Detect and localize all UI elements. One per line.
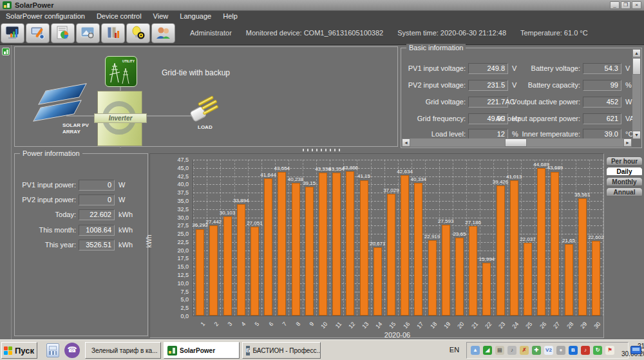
tab-daily[interactable]: Daily: [606, 167, 643, 176]
field-label: Grid frequency:: [404, 115, 466, 122]
chart-bar: [223, 216, 232, 316]
tray-v2-icon[interactable]: V2: [544, 346, 553, 355]
maximize-button[interactable]: ❐: [621, 1, 630, 9]
menu-language[interactable]: Language: [174, 12, 217, 21]
unit-label: %: [625, 81, 632, 89]
browse-icon: [80, 25, 97, 41]
chart-bar: [455, 238, 464, 316]
gridline: [371, 160, 372, 316]
language-indicator[interactable]: EN: [446, 344, 463, 357]
tab-annual[interactable]: Annual: [606, 187, 643, 196]
menu-help[interactable]: Help: [217, 12, 243, 21]
gridline: [480, 160, 480, 316]
unit-label: W: [625, 98, 632, 106]
chart-bar: [292, 183, 300, 316]
browse-button[interactable]: [76, 23, 100, 43]
tray-shield-icon[interactable]: ✚: [532, 346, 541, 355]
menu-view[interactable]: View: [147, 12, 175, 21]
y-tick-label: 30,0: [160, 214, 189, 221]
chart-bar: [565, 244, 573, 316]
tray-mute-icon[interactable]: ♪: [581, 346, 590, 355]
alarm-icon: [130, 25, 147, 41]
report-button[interactable]: [51, 23, 75, 43]
calculator-icon[interactable]: [46, 343, 59, 357]
tray-volume-icon[interactable]: ♪: [507, 346, 516, 355]
unit-label: W: [118, 196, 125, 204]
scroll-left-icon[interactable]: ◄: [402, 138, 410, 147]
bar-value-label: 42,634: [390, 169, 420, 175]
splitter-handle[interactable]: [303, 149, 341, 151]
close-button[interactable]: ×: [632, 1, 641, 9]
chart-bar: [374, 247, 382, 316]
chart-bar: [510, 180, 518, 316]
monitoring-button[interactable]: [1, 23, 24, 43]
tray-pointer-icon[interactable]: ▲: [471, 346, 480, 355]
scroll-down-icon[interactable]: ▼: [632, 131, 641, 139]
tab-monthly[interactable]: Monthly: [606, 177, 643, 186]
gridline: [412, 160, 412, 316]
tray-clipboard-icon[interactable]: ▤: [495, 346, 504, 355]
gridline: [398, 160, 399, 316]
chart-bar: [305, 187, 314, 316]
menu-solarpower-configuration[interactable]: SolarPower configuration: [0, 12, 91, 21]
minimize-button[interactable]: _: [610, 1, 620, 9]
inverter-icon: Inverter: [97, 91, 142, 146]
bar-value-label: 27,186: [459, 220, 488, 225]
statistics-button[interactable]: [101, 23, 125, 43]
y-tick-label: 32,5: [160, 206, 189, 213]
bar-value-label: 43,866: [336, 165, 365, 171]
gridline: [289, 160, 289, 316]
system-tray: ▲◢▤♪✗✚V2●B♪↻⚑ 21:12 30.06.2020: [466, 342, 629, 359]
tray-bluetooth-icon[interactable]: B: [569, 346, 578, 355]
gridline: [548, 160, 549, 316]
task-label: SolarPower: [180, 347, 215, 354]
tray-solarpower-icon[interactable]: ◢: [483, 346, 492, 355]
chart-bar: [497, 185, 505, 316]
device-config-button[interactable]: [26, 23, 50, 43]
y-tick-label: 5,0: [160, 296, 189, 303]
chart-bar: [360, 180, 368, 316]
pv2-input-power-value: 0: [79, 194, 115, 205]
horizontal-scrollbar[interactable]: ◄ ►: [402, 138, 632, 147]
ac-output-active-power-value: 452: [583, 97, 621, 108]
task-solarpower-button[interactable]: SolarPower: [164, 342, 240, 359]
users-button[interactable]: [151, 23, 175, 43]
tray-key-icon[interactable]: ✗: [520, 346, 529, 355]
power-information-panel: Power information PV1 input power:0W PV2…: [14, 153, 148, 336]
task-bastion-button[interactable]: Б БАСТИОН - Професс...: [242, 342, 321, 359]
status-system-time: System time: 2020-06-30 21:12:48: [397, 29, 506, 37]
chart-bar: [346, 171, 354, 316]
bar-value-label: 43,554: [267, 166, 297, 171]
chart-bar: [578, 198, 587, 316]
y-tick-label: 10,0: [160, 280, 189, 287]
gridline: [220, 160, 221, 316]
menu-device-control[interactable]: Device control: [91, 12, 147, 21]
chart-x-axis-label: 2020-06: [193, 331, 602, 339]
daily-energy-chart: kWh 26,292127,442230,103333,894427,05154…: [149, 153, 604, 338]
bar-value-label: 43,689: [540, 165, 570, 171]
bar-value-label: 22,602: [581, 234, 611, 240]
start-button[interactable]: Пуск: [1, 342, 37, 359]
y-tick-label: 17,5: [160, 255, 189, 261]
today-energy-value: 22.602: [79, 209, 115, 220]
y-tick-label: 37,5: [160, 189, 189, 196]
vertical-scroll-thumb[interactable]: [632, 58, 641, 75]
chart-bar: [482, 263, 491, 316]
viber-icon[interactable]: ☎: [64, 343, 80, 358]
tray-update-icon[interactable]: ↻: [593, 346, 602, 355]
unit-label: kWh: [118, 211, 133, 218]
network-monitor-icon[interactable]: [630, 346, 641, 354]
horizontal-scroll-thumb[interactable]: [505, 138, 527, 147]
alarm-button[interactable]: [126, 23, 150, 43]
scroll-up-icon[interactable]: ▲: [632, 49, 641, 57]
gridline: [453, 160, 453, 316]
vertical-scrollbar[interactable]: ▲ ▼: [632, 49, 641, 139]
tab-per-hour[interactable]: Per hour: [606, 156, 643, 166]
scroll-right-icon[interactable]: ►: [623, 138, 632, 147]
tray-alert-icon[interactable]: ⚑: [605, 346, 614, 355]
taskbar: Пуск ☎ Зеленый тариф в ка... SolarPower …: [0, 339, 644, 360]
mini-monitor-icon[interactable]: [2, 48, 10, 55]
tray-mouse-icon[interactable]: ●: [556, 346, 565, 355]
year-energy-value: 3526.51: [79, 240, 115, 251]
task-browser-button[interactable]: Зеленый тариф в ка...: [85, 342, 161, 359]
